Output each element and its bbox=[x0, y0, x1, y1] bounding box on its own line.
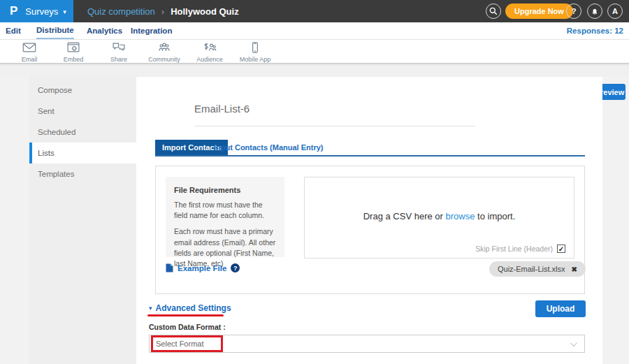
channel-audience-label: Audience bbox=[196, 57, 223, 63]
questionpro-logo-icon: P bbox=[10, 4, 17, 18]
breadcrumb: Quiz competition › Hollywood Quiz bbox=[87, 0, 239, 22]
channel-mobile-app-label: Mobile App bbox=[240, 57, 271, 63]
custom-data-format-label: Custom Data Format : bbox=[149, 323, 226, 331]
channel-embed[interactable]: Embed bbox=[51, 42, 96, 63]
page-background-band bbox=[0, 64, 629, 77]
dropzone-text-after: to import. bbox=[477, 211, 515, 221]
search-button[interactable] bbox=[486, 3, 501, 19]
annotation-red-box bbox=[151, 335, 223, 352]
audience-icon bbox=[203, 42, 217, 53]
csv-dropzone[interactable]: Drag a CSV here or browse to import. Ski… bbox=[304, 177, 574, 259]
sidebar-item-lists-label: Lists bbox=[38, 149, 55, 157]
tab-import-contacts-label: Import Contacts bbox=[162, 143, 221, 152]
bell-icon bbox=[591, 7, 599, 16]
help-icon[interactable]: ? bbox=[231, 263, 240, 272]
upload-button-label: Upload bbox=[547, 304, 575, 314]
mobile-app-icon bbox=[248, 42, 262, 53]
section-nav: Edit Distribute Analytics Integration Re… bbox=[0, 22, 629, 40]
breadcrumb-parent[interactable]: Quiz competition bbox=[87, 6, 155, 17]
chevron-down-icon bbox=[570, 340, 577, 347]
advanced-settings-toggle[interactable]: ▾ Advanced Settings bbox=[149, 303, 231, 313]
tab-distribute-label: Distribute bbox=[36, 26, 74, 34]
example-file-row: Example File ? bbox=[166, 263, 240, 272]
top-header: P Surveys ▾ Quiz competition › Hollywood… bbox=[0, 0, 629, 22]
responses-count[interactable]: Responses: 12 bbox=[567, 22, 623, 39]
embed-icon bbox=[66, 42, 80, 53]
dropzone-text: Drag a CSV here or browse to import. bbox=[305, 211, 574, 221]
file-icon bbox=[166, 263, 173, 272]
surveys-menu-label: Surveys bbox=[25, 6, 58, 17]
community-icon bbox=[157, 42, 171, 53]
tab-analytics-label: Analytics bbox=[87, 27, 122, 35]
tab-integration[interactable]: Integration bbox=[131, 22, 172, 39]
sidebar-item-sent[interactable]: Sent bbox=[29, 101, 136, 122]
help-button[interactable]: ? bbox=[566, 3, 581, 19]
channel-mobile-app[interactable]: Mobile App bbox=[233, 42, 277, 63]
tab-input-contacts-manual[interactable]: Input Contacts (Manual Entry) bbox=[214, 140, 323, 155]
example-file-link[interactable]: Example File bbox=[178, 264, 226, 272]
tab-edit-label: Edit bbox=[6, 27, 21, 35]
advanced-settings-label: Advanced Settings bbox=[156, 303, 231, 313]
channel-share[interactable]: Share bbox=[96, 42, 141, 63]
upload-button[interactable]: Upload bbox=[535, 300, 586, 317]
distribute-toolbar: Email Embed Share Community bbox=[0, 40, 629, 64]
sidebar-item-templates-label: Templates bbox=[38, 170, 74, 178]
channel-embed-label: Embed bbox=[64, 57, 84, 63]
channel-community-label: Community bbox=[148, 57, 180, 63]
uploaded-file-chip: Quiz-Email-List.xlsx ✖ bbox=[489, 261, 586, 277]
file-requirements-title: File Requirements bbox=[174, 186, 276, 194]
notifications-button[interactable] bbox=[587, 3, 602, 19]
sidebar-item-compose[interactable]: Compose bbox=[29, 80, 136, 101]
sidebar-item-scheduled-label: Scheduled bbox=[38, 128, 75, 136]
share-icon bbox=[112, 42, 126, 53]
email-list-name[interactable]: Email-List-6 bbox=[194, 103, 250, 115]
file-requirements-box: File Requirements The first row must hav… bbox=[166, 177, 284, 257]
sidebar-item-sent-label: Sent bbox=[38, 107, 55, 115]
tab-edit[interactable]: Edit bbox=[6, 22, 21, 39]
sidebar-item-compose-label: Compose bbox=[38, 86, 72, 94]
account-avatar[interactable]: A bbox=[607, 3, 623, 19]
search-icon bbox=[489, 7, 498, 15]
channel-community[interactable]: Community bbox=[142, 42, 187, 63]
uploaded-file-name: Quiz-Email-List.xlsx bbox=[498, 265, 565, 273]
breadcrumb-separator-icon: › bbox=[161, 6, 164, 17]
sidebar-item-scheduled[interactable]: Scheduled bbox=[29, 122, 136, 143]
avatar-letter: A bbox=[612, 7, 618, 15]
dropzone-text-before: Drag a CSV here or bbox=[363, 211, 443, 221]
tab-integration-label: Integration bbox=[131, 27, 172, 35]
upgrade-now-label: Upgrade Now bbox=[514, 7, 564, 15]
caret-down-icon: ▾ bbox=[149, 305, 152, 312]
skip-first-line-row: Skip First Line (Header) ✓ bbox=[475, 245, 565, 253]
tab-distribute[interactable]: Distribute bbox=[36, 22, 74, 39]
tab-input-contacts-label: Input Contacts (Manual Entry) bbox=[214, 143, 323, 152]
upgrade-now-button[interactable]: Upgrade Now bbox=[505, 3, 573, 19]
annotation-red-underline bbox=[147, 314, 224, 316]
breadcrumb-current: Hollywood Quiz bbox=[171, 6, 239, 17]
title-divider bbox=[194, 126, 475, 126]
browse-link[interactable]: browse bbox=[446, 211, 475, 221]
skip-first-line-checkbox[interactable]: ✓ bbox=[557, 245, 565, 253]
surveys-menu[interactable]: P Surveys ▾ bbox=[0, 0, 73, 22]
sidebar-item-templates[interactable]: Templates bbox=[29, 163, 136, 184]
channel-email[interactable]: Email bbox=[7, 42, 52, 63]
channel-audience[interactable]: Audience bbox=[187, 42, 232, 63]
chevron-down-icon: ▾ bbox=[63, 8, 66, 15]
sidebar-item-lists[interactable]: Lists bbox=[29, 143, 136, 163]
skip-first-line-label: Skip First Line (Header) bbox=[475, 245, 553, 253]
channel-share-label: Share bbox=[110, 57, 127, 63]
file-requirements-line1: The first row must have the field name f… bbox=[174, 200, 276, 221]
tab-analytics[interactable]: Analytics bbox=[87, 22, 122, 39]
channel-email-label: Email bbox=[22, 57, 38, 63]
email-sidebar: Compose Sent Scheduled Lists Templates bbox=[29, 77, 136, 364]
email-icon bbox=[22, 42, 36, 53]
question-mark-icon: ? bbox=[572, 7, 577, 15]
tab-underline bbox=[155, 155, 585, 156]
remove-file-icon[interactable]: ✖ bbox=[572, 265, 577, 273]
